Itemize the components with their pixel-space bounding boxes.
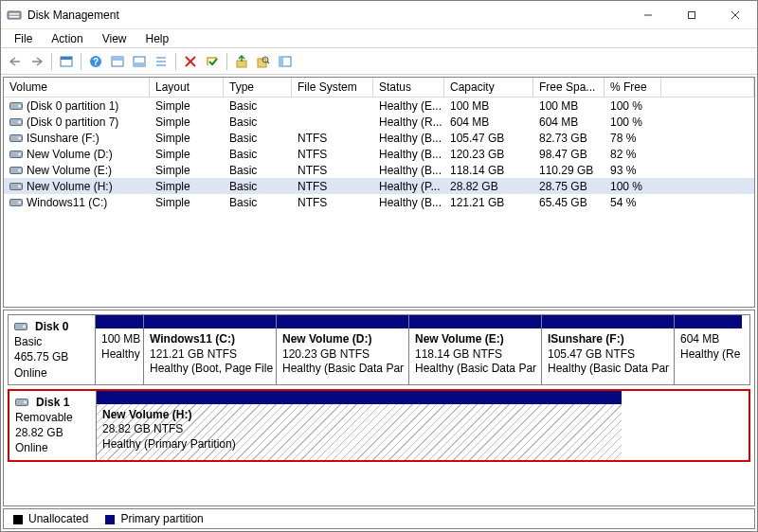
disk-icon (9, 182, 23, 191)
disk-graphical-view[interactable]: Disk 0Basic465.75 GBOnline100 MBHealthyW… (3, 310, 755, 506)
partition-body: 100 MBHealthy (96, 328, 143, 384)
svg-rect-0 (8, 11, 21, 19)
svg-text:?: ? (93, 57, 99, 67)
toolbar-settings-icon[interactable] (56, 51, 77, 72)
menu-help[interactable]: Help (136, 30, 179, 47)
svg-rect-21 (258, 59, 266, 67)
partition[interactable]: ISunshare (F:)105.47 GB NTFSHealthy (Bas… (541, 315, 674, 384)
toolbar-panel-icon[interactable] (275, 51, 296, 72)
partition[interactable]: New Volume (D:)120.23 GB NTFSHealthy (Ba… (276, 315, 408, 384)
partition[interactable]: Windows11 (C:)121.21 GB NTFSHealthy (Boo… (143, 315, 276, 384)
column-layout[interactable]: Layout (150, 78, 224, 98)
svg-rect-20 (237, 61, 246, 67)
minimize-button[interactable] (626, 1, 670, 29)
disk-icon (9, 101, 23, 111)
disk-card[interactable]: Disk 1Removable28.82 GBOnlineNew Volume … (8, 389, 750, 462)
forward-button[interactable] (27, 51, 47, 72)
partition-body: New Volume (E:)118.14 GB NTFSHealthy (Ba… (409, 328, 541, 384)
menu-file[interactable]: File (5, 30, 42, 47)
partition-bar (277, 315, 408, 328)
svg-point-41 (23, 326, 26, 328)
menubar: File Action View Help (1, 29, 757, 48)
disk-icon (14, 322, 27, 331)
disk-icon (9, 166, 23, 175)
column-volume[interactable]: Volume (4, 78, 150, 98)
column-filesystem[interactable]: File System (292, 78, 373, 98)
partition-bar (96, 315, 143, 328)
column-freespace[interactable]: Free Spa... (533, 78, 605, 98)
partition-bar (409, 315, 541, 328)
svg-point-33 (18, 153, 21, 156)
toolbar-view-top-icon[interactable] (107, 51, 128, 72)
menu-action[interactable]: Action (42, 30, 92, 47)
separator (51, 53, 52, 70)
disk-info: Disk 0Basic465.75 GBOnline (9, 315, 96, 384)
volume-row[interactable]: Windows11 (C:)SimpleBasicNTFSHealthy (B.… (4, 194, 754, 210)
disk-info: Disk 1Removable28.82 GBOnline (9, 391, 97, 460)
window-title: Disk Management (27, 9, 119, 22)
legend-unallocated: Unallocated (13, 512, 88, 525)
separator (226, 53, 227, 70)
column-type[interactable]: Type (224, 78, 292, 98)
svg-rect-2 (9, 16, 19, 18)
svg-point-37 (18, 186, 21, 188)
partition-body: New Volume (D:)120.23 GB NTFSHealthy (Ba… (277, 328, 408, 384)
svg-rect-12 (112, 57, 123, 61)
partition-body: Windows11 (C:)121.21 GB NTFSHealthy (Boo… (144, 328, 276, 384)
back-button[interactable] (5, 51, 26, 72)
svg-point-39 (18, 202, 21, 204)
disk-card[interactable]: Disk 0Basic465.75 GBOnline100 MBHealthyW… (8, 314, 750, 385)
column-capacity[interactable]: Capacity (444, 78, 533, 98)
svg-rect-25 (280, 57, 283, 66)
svg-line-23 (267, 62, 269, 63)
volume-row[interactable]: New Volume (D:)SimpleBasicNTFSHealthy (B… (4, 146, 754, 162)
toolbar-view-bottom-icon[interactable] (129, 51, 150, 72)
partition-body: ISunshare (F:)105.47 GB NTFSHealthy (Bas… (542, 328, 674, 384)
svg-rect-4 (689, 11, 695, 18)
toolbar: ? (1, 48, 757, 75)
help-icon[interactable]: ? (85, 51, 106, 72)
svg-rect-8 (61, 57, 72, 60)
partition-body: New Volume (H:)28.82 GB NTFSHealthy (Pri… (97, 404, 622, 460)
disk-icon (9, 198, 23, 207)
partition[interactable]: 604 MBHealthy (Re (674, 315, 742, 384)
import-icon[interactable] (231, 51, 252, 72)
column-status[interactable]: Status (373, 78, 444, 98)
volume-list[interactable]: Volume Layout Type File System Status Ca… (3, 77, 755, 308)
column-spacer (661, 78, 754, 98)
disk-icon (9, 133, 23, 143)
maximize-button[interactable] (670, 1, 713, 29)
close-button[interactable] (713, 1, 757, 29)
legend-primary: Primary partition (105, 512, 203, 525)
volume-row[interactable]: New Volume (H:)SimpleBasicNTFSHealthy (P… (4, 178, 754, 194)
svg-rect-14 (134, 62, 145, 66)
volume-row[interactable]: (Disk 0 partition 1)SimpleBasicHealthy (… (4, 98, 754, 114)
titlebar: Disk Management (1, 1, 757, 29)
disk-icon (15, 398, 28, 407)
legend: Unallocated Primary partition (3, 508, 755, 529)
disk-icon (9, 117, 23, 127)
search-icon[interactable] (253, 51, 274, 72)
disk-management-window: Disk Management File Action View Help ? (0, 0, 758, 532)
svg-point-29 (18, 121, 21, 124)
partition-body: 604 MBHealthy (Re (675, 328, 742, 384)
partition-bar (97, 391, 622, 404)
partition[interactable]: New Volume (E:)118.14 GB NTFSHealthy (Ba… (408, 315, 541, 384)
separator (175, 53, 176, 70)
window-controls (626, 1, 757, 29)
volume-row[interactable]: New Volume (E:)SimpleBasicNTFSHealthy (B… (4, 162, 754, 178)
column-pctfree[interactable]: % Free (605, 78, 661, 98)
volume-row[interactable]: (Disk 0 partition 7)SimpleBasicHealthy (… (4, 114, 754, 130)
partition[interactable]: New Volume (H:)28.82 GB NTFSHealthy (Pri… (97, 391, 622, 460)
separator (81, 53, 81, 70)
toolbar-list-icon[interactable] (151, 51, 171, 72)
check-icon[interactable] (202, 51, 223, 72)
svg-point-27 (18, 105, 21, 108)
app-icon (7, 8, 22, 23)
partition[interactable]: 100 MBHealthy (96, 315, 143, 384)
disk-icon (9, 150, 23, 159)
delete-icon[interactable] (180, 51, 201, 72)
menu-view[interactable]: View (93, 30, 136, 47)
svg-point-31 (18, 137, 21, 140)
volume-row[interactable]: ISunshare (F:)SimpleBasicNTFSHealthy (B.… (4, 130, 754, 146)
